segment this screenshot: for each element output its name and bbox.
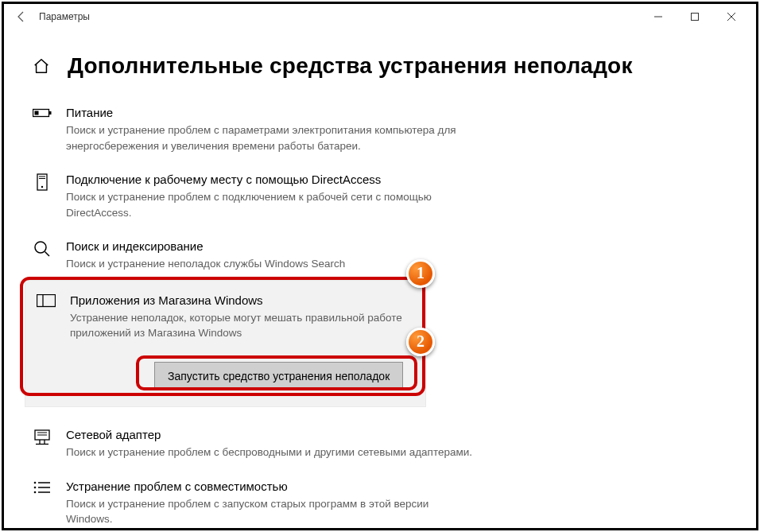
window-title: Параметры [39,11,90,22]
troubleshooter-desc: Поиск и устранение проблем с параметрами… [66,122,478,153]
svg-line-12 [45,252,50,257]
search-icon [33,240,52,259]
network-adapter-icon [33,429,52,448]
svg-rect-5 [49,111,52,115]
titlebar: Параметры [4,4,756,29]
troubleshooter-title: Поиск и индексирование [66,239,478,253]
troubleshooter-directaccess[interactable]: Подключение к рабочему месту с помощью D… [33,168,478,235]
run-button-label: Запустить средство устранения неполадок [168,370,390,382]
close-button[interactable] [713,6,750,28]
run-troubleshooter-button[interactable]: Запустить средство устранения неполадок [154,362,403,390]
maximize-button[interactable] [677,6,713,28]
troubleshooter-desc: Поиск и устранение проблем с беспроводны… [66,445,478,460]
store-icon [37,294,56,313]
svg-rect-6 [35,111,39,115]
annotation-badge-2: 2 [406,328,435,356]
list-icon [33,480,52,499]
svg-point-23 [34,486,37,488]
page-title: Дополнительные средства устранения непол… [68,53,633,79]
svg-point-25 [34,491,37,493]
troubleshooter-network[interactable]: Сетевой адаптер Поиск и устранение пробл… [33,423,478,475]
minimize-button[interactable] [640,6,677,28]
troubleshooter-desc: Поиск и устранение проблем с запуском ст… [66,496,478,527]
troubleshooter-desc: Поиск и устранение проблем с подключение… [66,189,478,220]
troubleshooter-power[interactable]: Питание Поиск и устранение проблем с пар… [33,101,478,168]
troubleshooter-title: Устранение проблем с совместимостью [66,480,478,493]
troubleshooter-desc: Устранение неполадок, которые могут меша… [70,310,414,341]
svg-rect-13 [37,294,56,306]
annotation-badge-1: 1 [406,259,435,288]
svg-point-11 [35,242,46,253]
troubleshooter-title: Питание [66,106,478,119]
battery-icon [33,107,52,126]
troubleshooter-store-selected[interactable]: Приложения из Магазина Windows Устранени… [25,280,426,407]
home-icon[interactable] [33,57,50,75]
troubleshooter-title: Приложения из Магазина Windows [70,293,414,307]
svg-point-10 [41,186,43,188]
troubleshooter-title: Сетевой адаптер [66,428,478,441]
svg-point-21 [34,481,37,483]
troubleshooter-title: Подключение к рабочему месту с помощью D… [66,173,478,186]
svg-rect-1 [692,14,699,21]
server-icon [33,173,52,192]
back-button[interactable] [10,6,33,28]
troubleshooter-compat[interactable]: Устранение проблем с совместимостью Поис… [33,475,478,533]
